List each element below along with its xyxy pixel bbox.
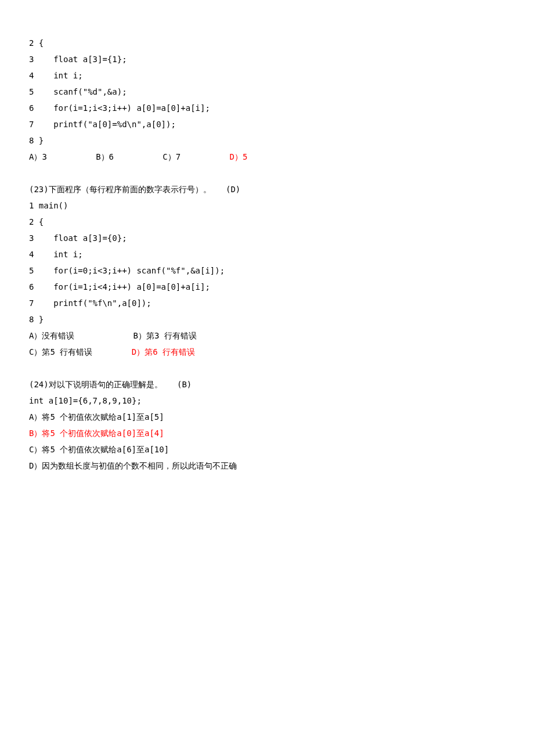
q24-opt-d: D）因为数组长度与初值的个数不相同，所以此语句不正确 [29, 458, 505, 474]
q22-code-line: 8 } [29, 132, 505, 149]
q23-code-line: 3 float a[3]={0}; [29, 230, 505, 246]
q22-code-line: 3 float a[3]={1}; [29, 51, 505, 67]
q24-opt-a: A）将5 个初值依次赋给a[1]至a[5] [29, 409, 505, 425]
spacer [29, 360, 505, 376]
q22-options-line: A）3 B）6 C）7 D）5 [29, 149, 505, 165]
q23-code-line: 8 } [29, 311, 505, 327]
q24-title: (24)对以下说明语句的正确理解是。 (B) [29, 376, 505, 393]
q22-opt-a: A）3 [29, 152, 47, 161]
q23-opt-c: C）第5 行有错误 [29, 347, 92, 357]
q22-opt-b: B）6 [96, 152, 114, 161]
q24-opt-c: C）将5 个初值依次赋给a[6]至a[10] [29, 441, 505, 458]
q22-code-line: 6 for(i=1;i<3;i++) a[0]=a[0]+a[i]; [29, 100, 505, 116]
q23-code-line: 5 for(i=0;i<3;i++) scanf("%f",&a[i]); [29, 262, 505, 279]
q22-code-line: 5 scanf("%d",&a); [29, 84, 505, 100]
q22-opt-c: C）7 [163, 152, 181, 161]
q23-code-line: 2 { [29, 214, 505, 230]
q23-code-line: 7 printf("%f\n",a[0]); [29, 295, 505, 311]
q23-code-line: 4 int i; [29, 246, 505, 262]
q23-options-row1: A）没有错误 B）第3 行有错误 [29, 327, 505, 344]
q23-title: (23)下面程序（每行程序前面的数字表示行号）。 (D) [29, 181, 505, 197]
q22-opt-d: D）5 [229, 152, 247, 161]
spacer [29, 165, 505, 181]
q24-decl: int a[10]={6,7,8,9,10}; [29, 393, 505, 409]
q22-code-line: 7 printf("a[0]=%d\n",a[0]); [29, 116, 505, 132]
q24-opt-b: B）将5 个初值依次赋给a[0]至a[4] [29, 425, 505, 441]
q23-opt-d: D）第6 行有错误 [132, 347, 195, 357]
q22-code-line: 4 int i; [29, 67, 505, 84]
q23-options-row2: C）第5 行有错误 D）第6 行有错误 [29, 344, 505, 360]
q23-opt-b: B）第3 行有错误 [134, 331, 197, 340]
q22-code-line: 2 { [29, 35, 505, 51]
q23-code-line: 6 for(i=1;i<4;i++) a[0]=a[0]+a[i]; [29, 279, 505, 295]
q23-opt-a: A）没有错误 [29, 331, 74, 340]
q23-code-line: 1 main() [29, 197, 505, 214]
